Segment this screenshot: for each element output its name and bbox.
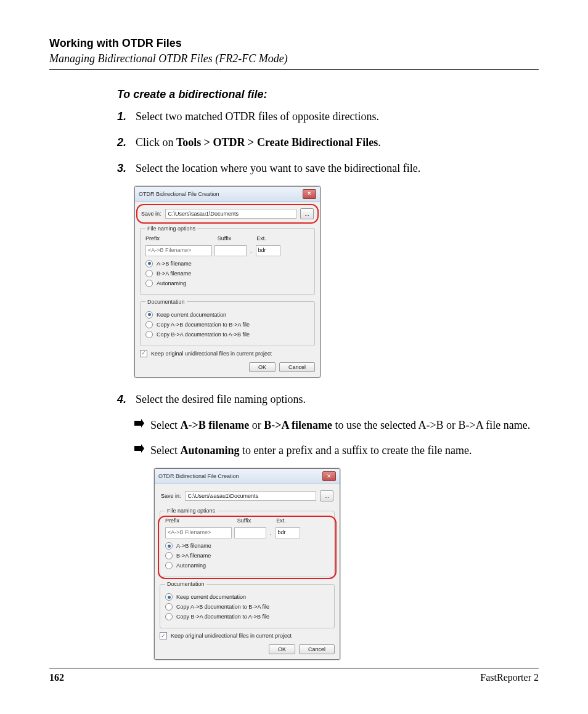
radio-ba-label: B->A filename	[157, 270, 191, 277]
legend-naming: File naming options	[165, 508, 217, 514]
radio-doc-keep-label: Keep current documentation	[176, 594, 246, 600]
svg-marker-1	[134, 444, 144, 453]
prefix-input[interactable]: <A->B Filename>	[145, 245, 212, 256]
dialog-title-text: OTDR Bidirectional File Creation	[158, 473, 239, 479]
ext-input[interactable]: bdr	[276, 527, 300, 538]
radio-doc-keep[interactable]	[145, 311, 153, 318]
col-suffix: Suffix	[210, 235, 239, 241]
radio-doc-ba[interactable]	[165, 613, 173, 620]
product-name: FastReporter 2	[480, 672, 539, 683]
page-number: 162	[49, 672, 64, 683]
savein-label: Save in:	[141, 211, 161, 217]
step-number: 1.	[117, 108, 136, 126]
radio-doc-keep[interactable]	[165, 593, 173, 601]
savein-label: Save in:	[161, 493, 181, 499]
radio-ab[interactable]	[165, 542, 173, 550]
radio-auto[interactable]	[165, 562, 173, 569]
dialog-titlebar: OTDR Bidirectional File Creation ✕	[155, 469, 340, 484]
radio-ba-label: B->A filename	[176, 553, 211, 559]
dialog-screenshot-1: OTDR Bidirectional File Creation ✕ Save …	[134, 186, 539, 378]
step-text: Select the location where you want to sa…	[136, 160, 539, 177]
header-subtitle: Managing Bidirectional OTDR Files (FR2-F…	[49, 52, 539, 65]
radio-doc-keep-label: Keep current documentation	[157, 312, 226, 318]
checkbox-keep-orig-label: Keep original unidirectional files in cu…	[171, 633, 292, 639]
col-prefix: Prefix	[145, 235, 207, 241]
col-suffix: Suffix	[229, 517, 259, 524]
legend-doc: Documentation	[165, 581, 206, 587]
close-icon[interactable]: ✕	[322, 471, 336, 481]
prefix-input[interactable]: <A->B Filename>	[165, 527, 232, 538]
radio-ab-label: A->B filename	[157, 261, 192, 267]
step-text: Click on Tools > OTDR > Create Bidirecti…	[136, 134, 539, 152]
radio-ab-label: A->B filename	[176, 543, 211, 549]
step-3: 3. Select the location where you want to…	[117, 160, 539, 177]
radio-auto-label: Autonaming	[176, 562, 206, 569]
bullet-arrow-icon	[134, 442, 150, 460]
substep-b: Select Autonaming to enter a prefix and …	[134, 442, 539, 460]
legend-naming: File naming options	[145, 225, 197, 232]
footer-rule	[49, 668, 539, 668]
step-number: 3.	[117, 160, 136, 177]
suffix-input[interactable]	[214, 245, 247, 256]
radio-doc-ab-label: Copy A->B documentation to B->A file	[157, 322, 250, 328]
step-number: 2.	[117, 134, 136, 152]
radio-ba[interactable]	[165, 552, 173, 559]
step-4: 4. Select the desired file naming option…	[117, 391, 539, 408]
browse-button[interactable]: ...	[320, 490, 333, 501]
step-number: 4.	[117, 391, 136, 408]
fieldset-naming: File naming options Prefix Suffix Ext. <…	[140, 225, 315, 295]
radio-doc-ba-label: Copy B->A documentation to A->B file	[157, 331, 250, 338]
radio-doc-ab[interactable]	[165, 603, 173, 611]
header-title: Working with OTDR Files	[49, 37, 539, 50]
substep-a: Select A->B filename or B->A filename to…	[134, 417, 539, 434]
radio-auto-label: Autonaming	[157, 280, 186, 286]
fieldset-doc: Documentation Keep current documentation…	[160, 581, 335, 628]
bullet-arrow-icon	[134, 417, 150, 434]
col-ext: Ext.	[270, 517, 292, 524]
legend-doc: Documentation	[145, 299, 187, 305]
radio-auto[interactable]	[145, 280, 153, 287]
radio-doc-ab[interactable]	[145, 321, 153, 328]
radio-ab[interactable]	[145, 260, 153, 267]
col-prefix: Prefix	[165, 517, 227, 524]
col-ext: Ext.	[250, 235, 272, 241]
browse-button[interactable]: ...	[300, 208, 314, 219]
dialog-screenshot-2: OTDR Bidirectional File Creation ✕ Save …	[154, 468, 539, 660]
ext-input[interactable]: bdr	[256, 245, 280, 256]
svg-marker-0	[134, 419, 144, 428]
ok-button[interactable]: OK	[249, 362, 276, 372]
radio-doc-ba[interactable]	[145, 331, 153, 338]
step-1: 1. Select two matched OTDR files of oppo…	[117, 108, 539, 126]
radio-doc-ab-label: Copy A->B documentation to B->A file	[176, 604, 269, 610]
header-rule	[49, 69, 539, 70]
cancel-button[interactable]: Cancel	[279, 362, 315, 372]
ok-button[interactable]: OK	[269, 644, 295, 654]
step-text: Select two matched OTDR files of opposit…	[136, 108, 539, 126]
savein-path[interactable]: C:\Users\sasau1\Documents	[185, 491, 316, 501]
step-text: Select the desired file naming options.	[136, 391, 539, 408]
suffix-input[interactable]	[234, 527, 266, 538]
savein-path[interactable]: C:\Users\sasau1\Documents	[165, 209, 296, 219]
close-icon[interactable]: ✕	[303, 189, 316, 199]
radio-ba[interactable]	[145, 270, 153, 277]
checkbox-keep-orig-label: Keep original unidirectional files in cu…	[151, 351, 272, 357]
lead-heading: To create a bidirectional file:	[117, 88, 539, 101]
checkbox-keep-orig[interactable]	[140, 350, 147, 357]
fieldset-doc: Documentation Keep current documentation…	[140, 299, 315, 346]
step-2: 2. Click on Tools > OTDR > Create Bidire…	[117, 134, 539, 152]
cancel-button[interactable]: Cancel	[299, 644, 335, 654]
dialog-titlebar: OTDR Bidirectional File Creation ✕	[135, 187, 320, 202]
checkbox-keep-orig[interactable]	[160, 632, 167, 639]
fieldset-naming: File naming options Prefix Suffix Ext. <…	[160, 508, 335, 577]
dialog-title-text: OTDR Bidirectional File Creation	[139, 191, 219, 197]
radio-doc-ba-label: Copy B->A documentation to A->B file	[176, 614, 269, 620]
